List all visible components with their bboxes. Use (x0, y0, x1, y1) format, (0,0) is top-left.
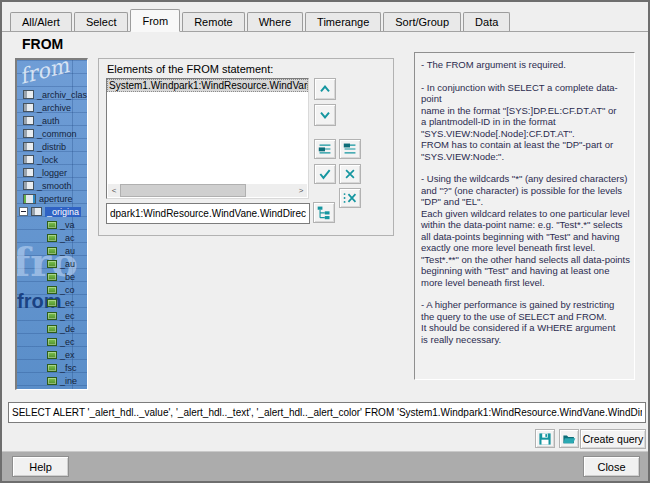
attribute-icon (47, 234, 57, 242)
datapoint-input[interactable] (106, 203, 310, 224)
bottom-bar: Help Close (2, 451, 648, 481)
help-button[interactable]: Help (12, 456, 69, 477)
tree-item[interactable]: _ine (17, 374, 87, 387)
tree-item-label: _origina (45, 207, 81, 217)
open-query-button[interactable] (559, 429, 579, 448)
query-preview-field[interactable] (8, 402, 646, 423)
attribute-icon (47, 273, 57, 281)
attribute-icon (47, 377, 57, 385)
tree-item[interactable]: _archive (17, 101, 87, 114)
save-query-button[interactable] (535, 429, 555, 448)
tree-item-label: _archiv_clas (37, 90, 87, 100)
scroll-left-arrow[interactable]: < (108, 184, 120, 197)
tree-select-icon (316, 205, 332, 220)
attribute-icon (47, 351, 57, 359)
tree-item[interactable]: _ec (17, 296, 87, 309)
tree-item-label: _co (60, 285, 75, 295)
tree-item[interactable]: _be (17, 270, 87, 283)
scroll-track[interactable] (120, 184, 295, 197)
tree-item-label: _ac (60, 233, 75, 243)
tree-item[interactable]: _distrib (17, 140, 87, 153)
tree-item-label: _common (37, 129, 77, 139)
help-panel: - The FROM argument is required.- In con… (414, 52, 635, 380)
tab-remote[interactable]: Remote (182, 12, 245, 31)
pick-from-tree-button[interactable] (313, 202, 335, 223)
tree-item[interactable]: _co (17, 283, 87, 296)
attribute-icon (47, 286, 57, 294)
tab-all-alert[interactable]: All/Alert (10, 12, 72, 31)
tab-select[interactable]: Select (74, 12, 129, 31)
x-icon (342, 167, 358, 181)
tree-item[interactable]: _origina (17, 205, 87, 218)
tree-item-label: _au (60, 246, 75, 256)
tree-item[interactable]: _ac (17, 231, 87, 244)
tree-item[interactable]: _lock (17, 153, 87, 166)
close-button[interactable]: Close (583, 456, 640, 477)
scroll-thumb[interactable] (120, 184, 246, 197)
tab-sort-group[interactable]: Sort/Group (383, 12, 461, 31)
tree-item[interactable]: _archiv_clas (17, 88, 87, 101)
page-title: FROM (22, 36, 63, 52)
create-query-button[interactable]: Create query (580, 429, 646, 449)
list-item[interactable]: System1.Windpark1:WindResource.WindVane.… (107, 79, 308, 92)
tree-item[interactable]: _au (17, 244, 87, 257)
attribute-icon (47, 221, 57, 229)
datapoint-type-icon (23, 181, 34, 190)
remove-button[interactable] (339, 164, 361, 184)
tree-item-label: _au (60, 259, 75, 269)
tree-watermark-script: from (17, 58, 72, 89)
tree-item[interactable]: _smooth (17, 179, 87, 192)
tab-data[interactable]: Data (463, 12, 510, 31)
save-icon (538, 432, 552, 446)
from-elements-list[interactable]: System1.Windpark1:WindResource.WindVane.… (106, 78, 309, 199)
tree-item-label: _distrib (37, 142, 66, 152)
attribute-icon (47, 364, 57, 372)
horizontal-scrollbar[interactable]: < > (108, 184, 307, 197)
datapoint-type-icon (23, 103, 34, 112)
tree-item[interactable]: aperture (17, 192, 87, 205)
datapoint-type-icon (23, 194, 36, 204)
tree-item[interactable]: _auth (17, 114, 87, 127)
insert-element-button[interactable] (314, 139, 336, 159)
tree-item[interactable]: _ec (17, 309, 87, 322)
tree-item[interactable]: _fsc (17, 361, 87, 374)
tree-item[interactable]: _de (17, 322, 87, 335)
tab-where[interactable]: Where (247, 12, 303, 31)
datapoint-type-icon (31, 207, 42, 216)
tree-item[interactable]: _au (17, 257, 87, 270)
tab-timerange[interactable]: Timerange (305, 12, 381, 31)
insert-element-before-icon (342, 142, 358, 156)
tree-item[interactable]: _va (17, 218, 87, 231)
attribute-icon (47, 299, 57, 307)
from-elements-label: Elements of the FROM statement: (107, 63, 273, 75)
attribute-icon (47, 247, 57, 255)
attribute-icon (47, 325, 57, 333)
move-up-button[interactable] (314, 78, 336, 100)
help-paragraph: - The FROM argument is required. (421, 59, 630, 71)
remove-all-button[interactable] (339, 188, 361, 208)
datapoint-type-icon (23, 129, 34, 138)
attribute-icon (47, 312, 57, 320)
help-paragraph: - Using the wildcards "*" (any desired c… (421, 173, 630, 288)
insert-element-before-button[interactable] (339, 139, 361, 159)
tree-item-label: _auth (37, 116, 60, 126)
tree-item[interactable]: _ec (17, 335, 87, 348)
expander-minus-icon[interactable] (19, 207, 28, 216)
tree-item[interactable]: _common (17, 127, 87, 140)
accept-button[interactable] (314, 164, 336, 184)
check-icon (317, 167, 333, 181)
tab-from[interactable]: From (130, 9, 180, 32)
scroll-right-arrow[interactable]: > (295, 184, 307, 197)
move-down-button[interactable] (314, 104, 336, 126)
tree-rows: _archiv_clas_archive_auth_common_distrib… (17, 88, 87, 387)
tab-bar: All/AlertSelectFromRemoteWhereTimerangeS… (2, 8, 648, 32)
tree-item-label: _ec (60, 311, 75, 321)
tree-item[interactable]: _logger (17, 166, 87, 179)
insert-element-icon (317, 142, 333, 156)
tree-item-label: _lock (37, 155, 58, 165)
chevron-down-icon (317, 107, 333, 123)
tree-item-label: _archive (37, 103, 71, 113)
datapoint-tree[interactable]: from fro from _archiv_clas_archive_auth_… (15, 58, 88, 390)
tree-item[interactable]: _ex (17, 348, 87, 361)
help-paragraph: - A higher performance is gained by rest… (421, 299, 630, 345)
